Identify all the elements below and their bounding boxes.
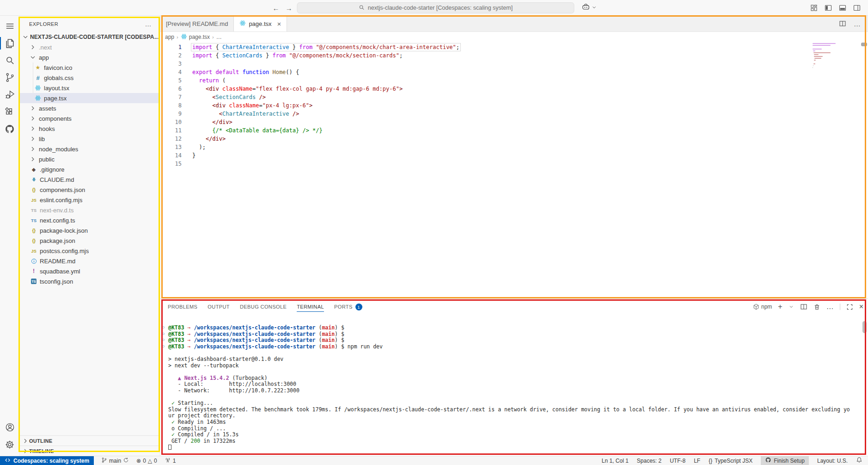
problems-status[interactable]: ⊗0△0	[136, 458, 157, 464]
activity-menu-icon[interactable]	[0, 18, 20, 35]
chevron-down-icon	[22, 33, 29, 41]
tree-item-layout-tsx[interactable]: layout.tsx	[20, 83, 160, 93]
tree-item-favicon-ico[interactable]: ★favicon.ico	[20, 62, 160, 73]
code-line-9: 9 <ChartAreaInteractive />	[160, 110, 868, 118]
toggle-secondary-sidebar-icon[interactable]	[853, 4, 861, 12]
tree-item-globals-css[interactable]: #globals.css	[20, 73, 160, 83]
tree-item-package-json[interactable]: {}package.json	[20, 236, 160, 246]
tree-item-assets[interactable]: assets	[20, 103, 160, 113]
activity-extensions-icon[interactable]	[0, 103, 20, 120]
branch-status[interactable]: main	[101, 457, 129, 465]
tree-item-squadbase-yml[interactable]: !squadbase.yml	[20, 266, 160, 276]
activity-source-control-icon[interactable]	[0, 69, 20, 86]
activity-explorer-icon[interactable]	[0, 35, 20, 52]
code-editor[interactable]: 1import { ChartAreaInteractive } from "@…	[160, 42, 868, 298]
activity-run-debug-icon[interactable]	[0, 86, 20, 103]
notifications[interactable]	[856, 456, 862, 465]
activity-github-icon[interactable]	[0, 120, 20, 137]
tree-item--next[interactable]: .next	[20, 42, 160, 52]
tree-item-node-modules[interactable]: node_modules	[20, 144, 160, 154]
more-actions-icon[interactable]: …	[854, 20, 861, 28]
terminal-line: - Local: http://localhost:3000	[160, 381, 868, 388]
tree-item-hooks[interactable]: hooks	[20, 124, 160, 134]
tree-item-lib[interactable]: lib	[20, 134, 160, 144]
section-outline[interactable]: OUTLINE	[20, 435, 160, 446]
command-center-search[interactable]: nextjs-claude-code-starter [Codespaces: …	[297, 2, 575, 13]
tree-item-label: postcss.config.mjs	[40, 248, 89, 254]
terminal-line: > next dev --turbopack	[160, 363, 868, 369]
indentation[interactable]: Spaces: 2	[637, 456, 661, 465]
toggle-primary-sidebar-icon[interactable]	[825, 4, 832, 12]
remote-indicator[interactable]: Codespaces: scaling system	[0, 456, 94, 465]
tree-item-tsconfig-json[interactable]: TStsconfig.json	[20, 276, 160, 286]
customize-layout-icon[interactable]	[810, 4, 818, 12]
breadcrumb-item[interactable]: page.tsx	[181, 33, 210, 41]
ports-status[interactable]: 1	[165, 457, 176, 465]
minimap[interactable]	[813, 43, 857, 71]
tree-item-eslint-config-mjs[interactable]: JSeslint.config.mjs	[20, 195, 160, 205]
code-line-5: 5 return (	[160, 76, 868, 85]
keyboard-layout[interactable]: Layout: U.S.	[817, 456, 848, 465]
maximize-panel-button[interactable]	[846, 304, 853, 310]
ports-count: 1	[173, 458, 176, 464]
tree-item-app[interactable]: app	[20, 52, 160, 62]
terminal[interactable]: @KT83 → /workspaces/nextjs-claude-code-s…	[160, 315, 868, 456]
tree-item-next-config-ts[interactable]: TSnext.config.ts	[20, 215, 160, 225]
chevron-right-icon	[29, 155, 37, 163]
panel-tab-output[interactable]: OUTPUT	[208, 299, 230, 315]
terminal-scrollbar[interactable]	[862, 321, 867, 333]
tree-item-postcss-config-mjs[interactable]: JSpostcss.config.mjs	[20, 246, 160, 256]
back-button[interactable]: ←	[271, 4, 281, 12]
panel-tab-problems[interactable]: PROBLEMS	[168, 299, 197, 315]
scrollbar-slider[interactable]	[861, 43, 867, 46]
tree-item-components-json[interactable]: {}components.json	[20, 185, 160, 195]
panel-tab-terminal[interactable]: TERMINAL	[297, 299, 324, 315]
terminal-dropdown-button[interactable]	[789, 304, 794, 310]
code-line-3: 3	[160, 60, 868, 68]
tree-item-next-env-d-ts[interactable]: TSnext-env.d.ts	[20, 205, 160, 215]
more-actions-button[interactable]: …	[826, 303, 834, 310]
tree-item-page-tsx[interactable]: page.tsx	[20, 93, 160, 103]
language-mode[interactable]: {}TypeScript JSX	[709, 456, 752, 465]
panel-tab-debug-console[interactable]: DEBUG CONSOLE	[240, 299, 287, 315]
tree-item-public[interactable]: public	[20, 154, 160, 164]
status-label: Layout: U.S.	[817, 458, 848, 464]
cursor-position[interactable]: Ln 1, Col 1	[602, 456, 629, 465]
close-icon[interactable]: ×	[277, 20, 281, 27]
code-line-7: 7 <SectionCards />	[160, 93, 868, 101]
tree-item--gitignore[interactable]: ◆.gitignore	[20, 164, 160, 174]
panel-tab-label: DEBUG CONSOLE	[240, 304, 287, 310]
editor-tab-page-tsx[interactable]: page.tsx×	[234, 16, 287, 31]
editor-tab--preview-readme-md[interactable]: [Preview] README.md	[160, 16, 234, 31]
forward-button[interactable]: →	[284, 4, 294, 12]
breadcrumb-item[interactable]: app	[165, 34, 174, 40]
tree-item-components[interactable]: components	[20, 113, 160, 124]
views-more-actions-icon[interactable]: …	[145, 20, 152, 28]
code-line-8: 8 <div className="px-4 lg:px-6">	[160, 101, 868, 110]
code-line-1: 1import { ChartAreaInteractive } from "@…	[160, 43, 868, 51]
tree-root[interactable]: NEXTJS-CLAUDE-CODE-STARTER [CODESPACE...	[20, 32, 160, 42]
new-terminal-button[interactable]: +	[778, 303, 782, 310]
breadcrumb-item[interactable]: …	[216, 34, 222, 40]
encoding[interactable]: UTF-8	[670, 456, 685, 465]
eol[interactable]: LF	[694, 456, 700, 465]
split-terminal-button[interactable]	[800, 303, 807, 310]
finish-setup[interactable]: Finish Setup	[761, 456, 809, 465]
activity-settings-icon[interactable]	[0, 436, 20, 453]
ts-file-icon: TS	[30, 218, 37, 223]
section-timeline[interactable]: TIMELINE	[20, 446, 160, 456]
activity-search-icon[interactable]	[0, 52, 20, 69]
activity-account-icon[interactable]	[0, 419, 20, 436]
terminal-line: @KT83 → /workspaces/nextjs-claude-code-s…	[160, 337, 868, 344]
tree-item-readme-md[interactable]: README.md	[20, 256, 160, 266]
copilot-button[interactable]	[581, 2, 597, 13]
activity-bar-bottom	[0, 419, 20, 453]
close-panel-button[interactable]: ×	[859, 303, 863, 310]
terminal-process-button[interactable]: npm	[753, 304, 772, 310]
kill-terminal-button[interactable]	[813, 304, 820, 310]
panel-tab-ports[interactable]: PORTS1	[334, 299, 362, 315]
tree-item-claude-md[interactable]: CLAUDE.md	[20, 174, 160, 185]
toggle-panel-icon[interactable]	[839, 4, 846, 12]
split-editor-icon[interactable]	[839, 20, 846, 27]
tree-item-package-lock-json[interactable]: {}package-lock.json	[20, 225, 160, 236]
